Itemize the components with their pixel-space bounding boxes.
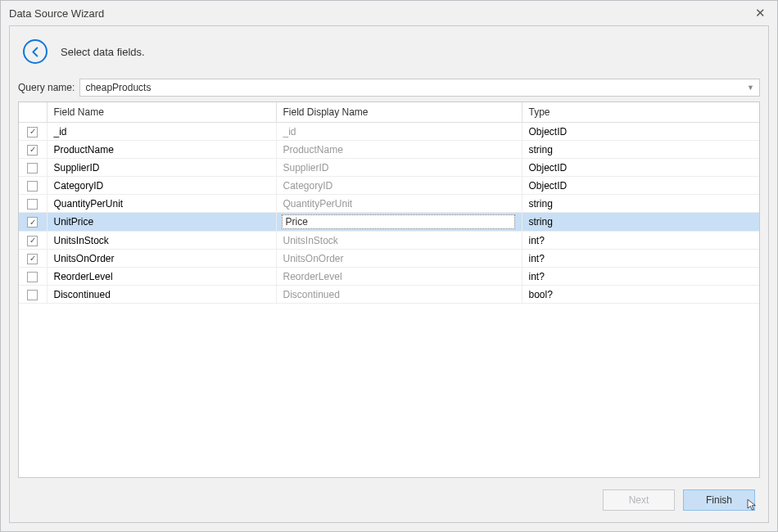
type-cell: ObjectID: [522, 159, 759, 177]
table-row[interactable]: UnitPricePricestring: [19, 213, 759, 232]
type-cell: ObjectID: [522, 177, 759, 195]
display-name-cell[interactable]: SupplierID: [276, 159, 522, 177]
field-checkbox[interactable]: [27, 272, 38, 282]
table-header-row: Field Name Field Display Name Type: [19, 102, 759, 123]
table-row[interactable]: UnitsInStockUnitsInStockint?: [19, 232, 759, 250]
col-header-type[interactable]: Type: [522, 102, 759, 123]
header-row: Select data fields.: [10, 26, 768, 77]
field-name-cell[interactable]: CategoryID: [47, 177, 276, 195]
arrow-left-icon: [29, 46, 42, 58]
field-checkbox[interactable]: [27, 181, 38, 192]
finish-button-label: Finish: [706, 494, 732, 506]
chevron-down-icon[interactable]: ▼: [747, 83, 754, 92]
field-name-cell[interactable]: Discontinued: [47, 286, 276, 304]
display-name-cell[interactable]: Price: [276, 213, 522, 232]
type-cell: bool?: [522, 286, 759, 304]
checkbox-cell[interactable]: [19, 195, 47, 213]
field-name-cell[interactable]: SupplierID: [47, 159, 276, 177]
checkbox-cell[interactable]: [19, 177, 47, 195]
display-name-cell[interactable]: UnitsInStock: [276, 232, 522, 250]
field-checkbox[interactable]: [27, 254, 38, 264]
field-checkbox[interactable]: [27, 163, 38, 174]
type-cell: string: [522, 195, 759, 213]
query-name-input[interactable]: [85, 82, 747, 93]
type-cell: string: [522, 141, 759, 159]
field-checkbox[interactable]: [27, 290, 38, 300]
close-button[interactable]: ✕: [752, 6, 769, 20]
query-name-combo[interactable]: ▼: [79, 79, 760, 97]
field-checkbox[interactable]: [27, 236, 38, 246]
field-name-cell[interactable]: UnitsInStock: [47, 232, 276, 250]
field-name-cell[interactable]: UnitsOnOrder: [47, 250, 276, 268]
table-row[interactable]: _id_idObjectID: [19, 123, 759, 141]
field-checkbox[interactable]: [27, 127, 38, 138]
display-name-editor[interactable]: Price: [282, 214, 515, 229]
checkbox-cell[interactable]: [19, 141, 47, 159]
display-name-cell[interactable]: QuantityPerUnit: [276, 195, 522, 213]
type-cell: int?: [522, 250, 759, 268]
table-row[interactable]: QuantityPerUnitQuantityPerUnitstring: [19, 195, 759, 213]
table-row[interactable]: ReorderLevelReorderLevelint?: [19, 268, 759, 286]
data-source-wizard-dialog: Data Source Wizard ✕ Select data fields.…: [0, 0, 778, 532]
button-bar: Next Finish: [10, 478, 768, 522]
dialog-title: Data Source Wizard: [9, 7, 104, 20]
display-name-cell[interactable]: ProductName: [276, 141, 522, 159]
table-row[interactable]: SupplierIDSupplierIDObjectID: [19, 159, 759, 177]
field-checkbox[interactable]: [27, 199, 38, 210]
query-row: Query name: ▼: [10, 77, 768, 101]
instruction-text: Select data fields.: [61, 46, 145, 58]
checkbox-cell[interactable]: [19, 159, 47, 177]
table-row[interactable]: ProductNameProductNamestring: [19, 141, 759, 159]
checkbox-cell[interactable]: [19, 213, 47, 232]
type-cell: ObjectID: [522, 123, 759, 141]
next-button: Next: [603, 489, 675, 511]
display-name-cell[interactable]: _id: [276, 123, 522, 141]
checkbox-cell[interactable]: [19, 250, 47, 268]
display-name-cell[interactable]: ReorderLevel: [276, 268, 522, 286]
content-frame: Select data fields. Query name: ▼ Field …: [9, 25, 769, 523]
titlebar: Data Source Wizard ✕: [1, 1, 777, 25]
type-cell: int?: [522, 268, 759, 286]
finish-button[interactable]: Finish: [683, 489, 755, 511]
query-name-label: Query name:: [18, 82, 75, 93]
field-checkbox[interactable]: [27, 145, 38, 156]
checkbox-cell[interactable]: [19, 123, 47, 141]
fields-table: Field Name Field Display Name Type _id_i…: [19, 102, 759, 304]
back-button[interactable]: [23, 39, 47, 64]
cursor-icon: [746, 498, 759, 512]
field-name-cell[interactable]: ReorderLevel: [47, 268, 276, 286]
field-name-cell[interactable]: QuantityPerUnit: [47, 195, 276, 213]
display-name-cell[interactable]: Discontinued: [276, 286, 522, 304]
fields-grid: Field Name Field Display Name Type _id_i…: [18, 101, 760, 478]
display-name-cell[interactable]: CategoryID: [276, 177, 522, 195]
col-header-check[interactable]: [19, 102, 47, 123]
col-header-field-name[interactable]: Field Name: [47, 102, 276, 123]
field-name-cell[interactable]: ProductName: [47, 141, 276, 159]
field-name-cell[interactable]: _id: [47, 123, 276, 141]
checkbox-cell[interactable]: [19, 286, 47, 304]
field-checkbox[interactable]: [27, 217, 38, 228]
table-row[interactable]: DiscontinuedDiscontinuedbool?: [19, 286, 759, 304]
type-cell: string: [522, 213, 759, 232]
table-row[interactable]: CategoryIDCategoryIDObjectID: [19, 177, 759, 195]
checkbox-cell[interactable]: [19, 268, 47, 286]
table-row[interactable]: UnitsOnOrderUnitsOnOrderint?: [19, 250, 759, 268]
type-cell: int?: [522, 232, 759, 250]
display-name-cell[interactable]: UnitsOnOrder: [276, 250, 522, 268]
field-name-cell[interactable]: UnitPrice: [47, 213, 276, 232]
checkbox-cell[interactable]: [19, 232, 47, 250]
col-header-display-name[interactable]: Field Display Name: [276, 102, 522, 123]
